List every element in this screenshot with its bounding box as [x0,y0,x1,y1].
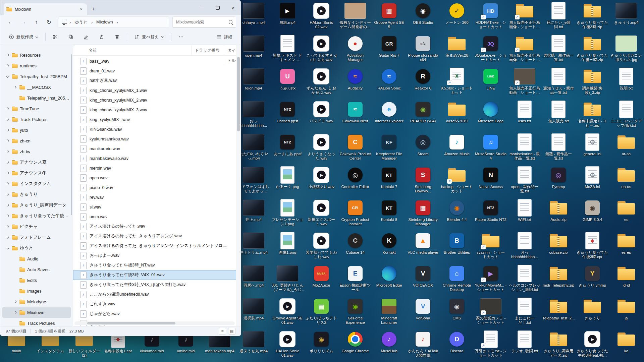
sidebar-item[interactable]: TimeTune [2,103,71,114]
desktop-icon[interactable]: ◉GIMP 3.0.4 [576,199,609,231]
desktop-icon[interactable]: 羽尻へ.mp4 [237,265,270,297]
chevron-icon[interactable] [5,117,10,122]
desktop-icon[interactable]: ↗家の防犯カメラ - ショートカット [474,298,507,330]
share-button[interactable] [96,32,107,42]
desktop-icon[interactable]: 無題 - 親作品一覧.txt [542,133,575,166]
chevron-icon[interactable] [5,214,10,219]
desktop-icon[interactable]: ar-sa [609,133,643,166]
desktop-icon[interactable]: en-us [609,166,643,198]
file-row[interactable]: ♪KINGsankou.wav [73,124,236,134]
desktop-icon[interactable]: ♫MuseScore Studio 4 [474,133,507,166]
sidebar-item[interactable]: zh-tw [2,146,71,157]
sidebar-item[interactable]: __MACOSX [2,82,71,93]
desktop-icon[interactable]: DDiscord [440,330,474,362]
desktop-icon[interactable]: 001_更紗きりたん(ノーマル)_今じゃ... [271,265,304,297]
desktop-icon[interactable]: ▲VLC media player [406,232,440,264]
desktop-icon[interactable]: 井上ドラム.mp4 [237,232,270,264]
desktop-icon[interactable]: ▶バスドラ.wav [305,101,338,133]
desktop-icon[interactable]: MoZAMoZA.exe [305,265,338,297]
desktop-icon[interactable]: 新規 テキスト ドキュメント.musicxml [271,35,304,67]
desktop-icon[interactable]: ◎Controller Editor [338,166,372,198]
sidebar-item[interactable]: runtimes [2,60,71,71]
desktop-icon[interactable]: Uうみ.ustx [271,68,304,100]
desktop-icon[interactable]: ◉OBS Studio [406,2,440,34]
file-row[interactable]: ♪king_chorus_xyulyuMIX_2.wav [73,95,236,105]
desktop-icon[interactable]: おっhhhhhhhhhhh... [237,101,270,133]
desktop-icon[interactable]: ▦Groove Agent SE 5 [372,2,406,34]
chevron-icon[interactable] [5,181,10,186]
sidebar-item[interactable]: Audio [2,253,71,264]
desktop-icon[interactable]: es [609,199,643,231]
desktop-icon[interactable]: 画像1.png [271,232,304,264]
desktop-icon[interactable]: きゅうり.mp4 [609,2,643,34]
file-row[interactable]: ♪きゅうり食ってた午後3時_NT.wav [73,260,236,270]
desktop-icon[interactable]: ≈Cakewalk Next [338,101,372,133]
desktop-icon[interactable]: manisekarinn - 親作品一覧.txt [508,133,541,166]
file-row[interactable]: ♪アイス溶けるの待ってた_きゅうりアレンジ_インストゥルメントソロ.... [73,241,236,251]
desktop-icon[interactable]: きゅうり [576,298,609,330]
desktop-icon[interactable]: ▶HALion Sonic 01.wav [271,330,304,362]
chevron-icon[interactable] [5,74,10,79]
file-row[interactable]: ♪si.wav [73,202,236,212]
desktop-icon[interactable]: ▶こってもd すき d s b ぶあ.wav [305,35,338,67]
desktop-icon[interactable]: ◉REAPER (x64) [406,101,440,133]
desktop-icon[interactable]: ▶↗YukkunMovieM... - ショートカット [474,265,507,297]
desktop-icon[interactable]: ⚙MoZA.ini [576,166,609,198]
desktop-icon[interactable]: LINELINE [474,68,507,100]
desktop-icon[interactable]: ▶小銭諸まU.wav [305,166,338,198]
desktop-icon[interactable]: midi_Telepathy.zip [542,265,575,297]
desktop-icon[interactable]: SSteinberg Downlo... [406,166,440,198]
sidebar-item[interactable]: Track Pictures [2,318,71,326]
desktop-icon[interactable]: ッドフォンはずしててよかった.mp4 [237,166,270,198]
desktop-icon[interactable]: GRGuitar Rig 7 [372,35,406,67]
desktop-icon[interactable]: CCubase 14 [338,232,372,264]
file-row[interactable]: ♪kyukurasannkou.wav [73,134,236,144]
desktop-icon[interactable]: ▦ふたりぼっちテトリス2 [305,298,338,330]
file-row[interactable]: ♪king_chorus_xyulyuMIX_3.wav [73,105,236,115]
desktop-icon[interactable]: ▶よりうさくなった.wav [305,133,338,166]
desktop-icon[interactable]: ↗万引きメモ.txt - ショートカット [474,330,507,362]
desktop-icon[interactable]: CPICrypton Product Installer [338,199,372,231]
desktop-icon[interactable]: ラジオ_歌詞.txt [508,330,541,362]
file-row[interactable]: ♪アイス溶けるの待ってた.wav [73,222,236,231]
desktop-icon[interactable]: 孤独なインディーゲーム開発者の一生 [338,2,372,34]
more-options-button[interactable] [175,32,187,42]
file-row[interactable]: ♪dram_01.wav [73,66,236,76]
sidebar-scrollbar[interactable] [71,54,72,215]
chevron-icon[interactable] [12,299,17,304]
desktop-icon[interactable]: ▶きゅうり食ってた午後3時feat.初音ミク.wav [576,330,609,362]
file-row[interactable]: ♪king_xyulyuMIX_.wav [73,115,236,124]
details-view-toggle-button[interactable]: ▤ [228,328,235,335]
breadcrumb-item[interactable]: ゆうと [73,19,89,26]
sidebar-item[interactable]: Telepathy_Inst_205BPM [2,93,71,103]
chevron-icon[interactable] [12,310,17,315]
sort-button[interactable]: 並べ替え [131,32,167,42]
desktop-icon[interactable]: おっhhhhhhhhhhh... [508,232,541,264]
desktop-icon[interactable]: Telepathy_Inst_2....zip [542,298,575,330]
desktop-icon[interactable]: ohhayo-.mp4 [237,2,270,34]
chevron-icon[interactable] [12,85,17,90]
refresh-button[interactable]: ↻ [43,17,55,27]
desktop-icon[interactable]: ヘルスコンプレッション_歌詞.txt [508,265,541,297]
new-tab-button[interactable]: + [89,5,98,14]
desktop-icon[interactable]: sfzPlogue sforzando x64 [406,35,440,67]
desktop-icon[interactable]: ▶新規エクスポート.wav [305,199,338,231]
desktop-icon[interactable]: きゅうり食ってた午後3時.zip [576,2,609,34]
desktop-icon[interactable]: ⌂Chrome Remote Desktop [440,265,474,297]
desktop-icon[interactable]: NT2Piapro Studio NT2 [474,199,507,231]
desktop-icon[interactable]: airset2-2019 [440,101,474,133]
sidebar-item[interactable]: フォトフレーム [2,232,71,243]
delete-button[interactable] [111,32,123,42]
search-input[interactable] [175,19,229,25]
desktop-icon[interactable]: ksks.txt [508,101,541,133]
sidebar-item[interactable]: Edits [2,275,71,286]
up-button[interactable]: ↑ [31,17,42,27]
sidebar-item[interactable]: Images [2,286,71,296]
desktop-icon[interactable]: まにこわーだ！.txt [508,298,541,330]
details-view-button[interactable]: 詳細 [213,32,235,42]
sidebar-item[interactable]: ゆうと [2,243,71,253]
list-view-button[interactable]: ≡ [219,328,226,335]
file-row[interactable]: ♪manikurarin.wav [73,144,236,154]
desktop-icon[interactable]: ko [609,330,643,362]
file-row[interactable]: ♪rev.wav [73,192,236,202]
